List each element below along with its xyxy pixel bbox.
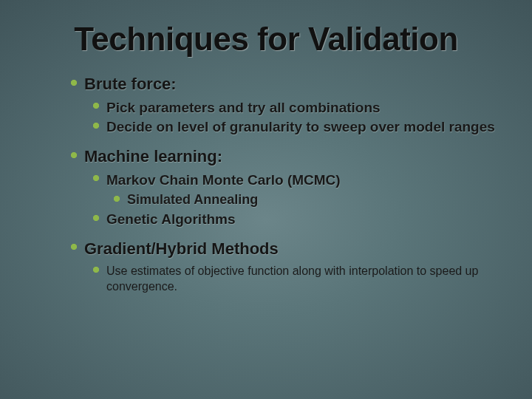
bullet-icon: [71, 244, 77, 250]
list-item: Markov Chain Monte Carlo (MCMC) Simulate…: [93, 171, 502, 208]
content-list: Brute force: Pick parameters and try all…: [0, 74, 532, 294]
bullet-icon: [93, 215, 99, 221]
svg-rect-2: [93, 123, 99, 129]
section-heading: Gradient/Hybrid Methods: [84, 239, 279, 258]
bullet-text: Simulated Annealing: [127, 192, 258, 207]
svg-rect-8: [93, 267, 99, 273]
svg-rect-1: [93, 103, 99, 109]
bullet-text: Use estimates of objective function alon…: [106, 265, 478, 293]
slide: Techniques for Validation Brute force: P…: [0, 0, 532, 399]
svg-rect-0: [71, 80, 77, 86]
list-item: Gradient/Hybrid Methods Use estimates of…: [71, 239, 502, 294]
bullet-text: Markov Chain Monte Carlo (MCMC): [106, 172, 341, 188]
sublist: Markov Chain Monte Carlo (MCMC) Simulate…: [71, 171, 502, 228]
section-heading: Brute force:: [84, 75, 177, 93]
list-item: Simulated Annealing: [114, 191, 502, 208]
svg-rect-3: [71, 152, 77, 158]
list-item: Use estimates of objective function alon…: [93, 263, 502, 294]
list-item: Genetic Algorithms: [93, 211, 502, 228]
svg-rect-5: [114, 196, 120, 202]
bullet-text: Genetic Algorithms: [106, 211, 236, 227]
bullet-icon: [71, 80, 77, 86]
bullet-text: Decide on level of granularity to sweep …: [106, 119, 495, 134]
svg-rect-4: [93, 175, 99, 181]
list-item: Machine learning: Markov Chain Monte Car…: [71, 146, 502, 228]
bullet-icon: [71, 152, 77, 158]
svg-rect-7: [71, 244, 77, 250]
list-item: Brute force: Pick parameters and try all…: [71, 74, 502, 136]
bullet-icon: [93, 267, 99, 273]
sublist: Use estimates of objective function alon…: [71, 263, 502, 294]
section-heading: Machine learning:: [84, 147, 222, 166]
bullet-icon: [114, 196, 120, 202]
list-item: Decide on level of granularity to sweep …: [93, 118, 502, 136]
slide-title: Techniques for Validation: [0, 0, 532, 74]
bullet-icon: [93, 123, 99, 129]
subsublist: Simulated Annealing: [93, 191, 502, 208]
bullet-icon: [93, 175, 99, 181]
sublist: Pick parameters and try all combinations…: [71, 99, 502, 137]
list-item: Pick parameters and try all combinations: [93, 99, 502, 117]
svg-rect-6: [93, 215, 99, 221]
bullet-icon: [93, 103, 99, 109]
bullet-text: Pick parameters and try all combinations: [106, 100, 381, 115]
